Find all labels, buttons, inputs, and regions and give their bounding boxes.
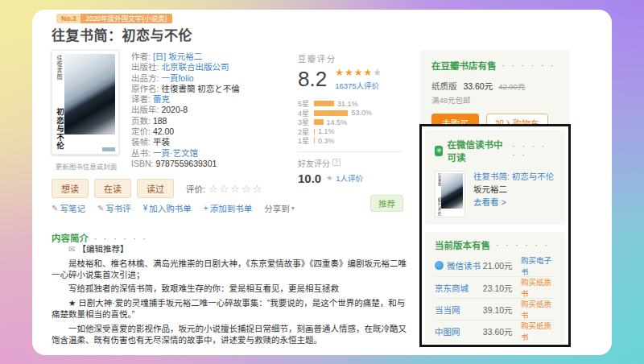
- vendor-price: 23.10元: [483, 282, 521, 294]
- versions-heading-text: 当前版本有售: [435, 238, 490, 251]
- info-row-author: 作者:[日] 坂元裕二: [131, 52, 296, 62]
- intro-heading: 内容简介· · · · · ·: [52, 230, 148, 245]
- dist-bar: [314, 110, 348, 116]
- add-to-cart-link[interactable]: ¥加入购书单: [143, 202, 192, 214]
- info-label: ISBN:: [131, 159, 153, 168]
- dist-pct: 14.5%: [327, 118, 348, 126]
- vendor-price: 39.10元: [483, 304, 521, 316]
- heading-dots: · · · · · ·: [512, 142, 555, 159]
- dist-pct: 53.0%: [351, 109, 372, 117]
- write-review-link[interactable]: ✎写书评: [97, 202, 131, 214]
- award-badge[interactable]: No.3 2020年度外国文学(小说类): [56, 14, 172, 23]
- dist-bar: [314, 101, 334, 106]
- vendor-row-dangdang: 当当网 39.10元 购买纸质书: [435, 298, 555, 320]
- friends-votes-link[interactable]: 1人评价: [336, 172, 363, 184]
- rating-votes-link[interactable]: 16375人评价: [335, 80, 382, 91]
- dist-pct: 0.3%: [318, 137, 335, 145]
- weread-body: 往復書簡 初恋与不伦 往复书简: 初恋与不伦 坂元裕二 去看看 >: [435, 171, 555, 217]
- author-link[interactable]: [日] 坂元裕二: [153, 52, 202, 61]
- dist-label: 1星: [298, 135, 312, 146]
- vendor-price: 21.00元: [483, 259, 521, 271]
- add-to-booklist-link[interactable]: +添加到书单: [204, 202, 252, 214]
- translator-link[interactable]: 蕾克: [153, 94, 170, 104]
- dist-pct: 1.1%: [318, 127, 335, 135]
- vendor-link[interactable]: 当当网: [435, 304, 460, 316]
- store-price-row: 纸质版 33.60元 42.00元: [431, 80, 559, 92]
- rating-score-row: 8.2 ★★★★★ 16375人评价: [298, 67, 423, 92]
- rate-stars-input[interactable]: ☆☆☆☆☆: [208, 183, 263, 195]
- producer-link[interactable]: 一頁folio: [161, 73, 193, 83]
- write-note-link[interactable]: ✎写笔记: [52, 202, 85, 214]
- series-link[interactable]: 一頁·艺文馆: [153, 148, 198, 158]
- friends-score-row: 10.0 ★ 1人评价: [298, 172, 423, 185]
- dist-bar: [314, 119, 324, 125]
- friends-label-text: 好友评分: [298, 159, 330, 168]
- buy-paper-link[interactable]: 购买纸质书: [521, 320, 555, 342]
- mail-icon: ✉: [68, 245, 75, 254]
- douban-store-box: 在豆瓣书店有售· · · · · · 纸质版 33.60元 42.00元 满48…: [420, 50, 570, 133]
- weread-heading: ✳ 在微信读书中可读· · · · · ·: [435, 138, 555, 163]
- dist-bar: [314, 129, 315, 134]
- vendor-link[interactable]: 中图网: [435, 325, 460, 337]
- readable-icon: ✳: [435, 146, 443, 156]
- buy-ebook-link[interactable]: 购买电子书: [521, 254, 555, 277]
- info-row-pages: 页数:188: [131, 116, 296, 126]
- weread-book-thumb[interactable]: 往復書簡 初恋与不伦: [435, 171, 465, 217]
- weread-app-icon: [435, 261, 444, 270]
- info-label: 出版年:: [131, 105, 159, 114]
- caret-down-icon: ▾: [291, 205, 295, 212]
- store-price: 33.60元: [463, 81, 493, 91]
- info-label: 译者:: [131, 94, 151, 104]
- buy-paper-link[interactable]: 购买纸质书: [521, 298, 555, 321]
- cover-photo: [64, 54, 115, 134]
- buy-paper-link[interactable]: 购买纸质书: [521, 276, 555, 299]
- thumb-photo: [441, 173, 463, 209]
- update-cover-link[interactable]: 更新图书信息或封面: [48, 161, 124, 171]
- vendor-row-jd: 京东商城 23.10元 购买纸质书: [435, 276, 555, 298]
- rating-score: 8.2: [298, 67, 327, 92]
- divider: [298, 151, 402, 152]
- badge-category: 2020年度外国文学(小说类): [80, 14, 171, 23]
- heading-dots: · · · · · ·: [496, 241, 550, 250]
- weread-book-title-link[interactable]: 往复书简: 初恋与不伦: [473, 172, 554, 181]
- intro-paragraph: 一如他深受喜爱的影视作品，坂元的小说擅长捕捉日常细节，刻画普通人情感，在既冷酷又…: [52, 324, 411, 346]
- info-label: 页数:: [131, 116, 151, 126]
- book-cover[interactable]: 往復書簡 初恋与不伦: [52, 50, 119, 155]
- intro-paragraph: 是枝裕和、椎名林檎、满岛光推崇的日剧大神，《东京爱情故事》《四重奏》编剧坂元裕二…: [52, 259, 411, 281]
- heading-dots: · · · · · ·: [94, 234, 148, 243]
- rating-widget: 豆瓣评分 8.2 ★★★★★ 16375人评价 5星31.1% 4星53.0% …: [298, 52, 423, 185]
- weread-heading-text: 在微信读书中可读: [447, 138, 506, 163]
- reading-button[interactable]: 在读: [94, 179, 131, 198]
- highlight-annotation-box: ✳ 在微信读书中可读· · · · · · 往復書簡 初恋与不伦 往复书简: 初…: [419, 124, 571, 347]
- weread-go-link[interactable]: 去看看 >: [473, 196, 554, 208]
- info-row-original-title: 原作名:往復書簡 初恋と不倫: [131, 84, 296, 94]
- cover-vertical-title: 往復書簡: [55, 55, 63, 81]
- cover-vertical-subtitle: 初恋与不伦: [54, 108, 65, 151]
- vendor-link[interactable]: 微信读书: [447, 259, 481, 271]
- badge-rank: No.3: [56, 14, 80, 23]
- info-label: 原作名:: [131, 84, 159, 93]
- share-menu[interactable]: 分享到▾: [264, 202, 295, 214]
- tool-links: ✎写笔记 ✎写书评 ¥加入购书单 +添加到书单 分享到▾: [52, 202, 307, 214]
- dist-row-3star: 3星14.5%: [298, 118, 423, 127]
- add-to-booklist-label: 添加到书单: [210, 202, 253, 214]
- recommend-button[interactable]: 推荐: [370, 195, 403, 212]
- publisher-link[interactable]: 北京联合出版公司: [161, 62, 229, 72]
- info-row-binding: 装帧:平装: [131, 137, 296, 147]
- info-label: 装帧:: [131, 137, 151, 147]
- vendor-price: 33.60元: [483, 325, 521, 337]
- editor-badge: 【编辑推荐】: [77, 244, 128, 254]
- info-value: 2020-8: [161, 105, 188, 114]
- info-row-producer: 出品方:一頁folio: [131, 73, 296, 84]
- collect-actions: 想读 在读 读过 评价: ☆☆☆☆☆: [52, 179, 263, 198]
- versions-heading: 当前版本有售· · · · · ·: [435, 238, 555, 251]
- read-button[interactable]: 读过: [137, 179, 174, 198]
- help-icon[interactable]: ?: [332, 159, 341, 166]
- vendor-link[interactable]: 京东商城: [435, 282, 469, 294]
- info-row-pubdate: 出版年:2020-8: [131, 105, 296, 115]
- wish-button[interactable]: 想读: [52, 179, 89, 198]
- vendor-row-zhongtu: 中图网 33.60元 购买纸质书: [435, 320, 555, 341]
- write-note-label: 写笔记: [60, 202, 85, 214]
- thumb-vertical-subtitle: 初恋与不伦: [436, 197, 441, 216]
- info-row-isbn: ISBN:9787559639301: [131, 159, 296, 169]
